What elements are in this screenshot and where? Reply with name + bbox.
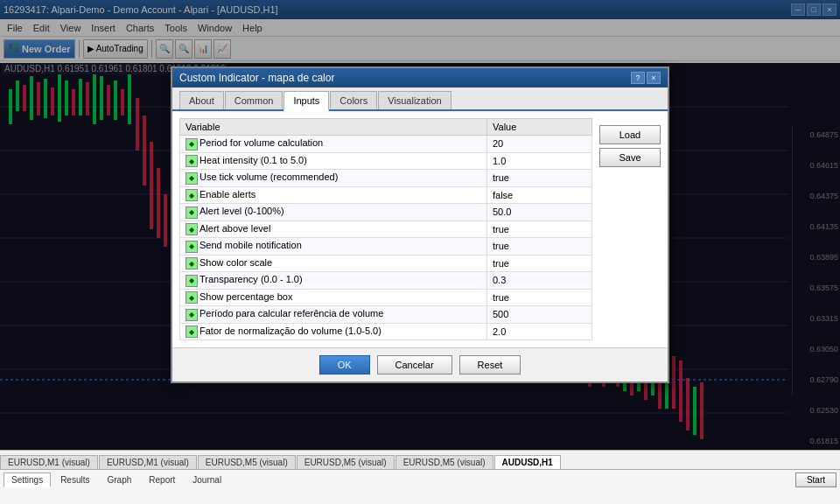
table-row[interactable]: ◆Transparency (0.0 - 1.0)0.3 <box>180 272 592 290</box>
panel-tab-journal[interactable]: Journal <box>185 472 229 487</box>
dialog-help-button[interactable]: ? <box>631 72 645 84</box>
table-row[interactable]: ◆Período para calcular referência de vol… <box>180 306 592 324</box>
dialog-title: Custom Indicator - mapa de calor <box>179 72 334 84</box>
param-variable-label: Show color scale <box>200 257 272 268</box>
param-variable-cell: ◆Show percentage box <box>180 289 487 306</box>
table-row[interactable]: ◆Use tick volume (recommended)true <box>180 170 592 187</box>
dialog-close-button[interactable]: × <box>647 72 661 84</box>
param-value-cell: true <box>487 255 592 272</box>
param-icon: ◆ <box>186 241 198 253</box>
param-icon: ◆ <box>186 326 198 338</box>
chart-tabs: EURUSD,M1 (visual) EURUSD,M1 (visual) EU… <box>0 450 840 469</box>
param-icon: ◆ <box>186 172 198 185</box>
param-icon: ◆ <box>186 257 198 270</box>
table-row[interactable]: ◆Show color scaletrue <box>180 255 592 272</box>
ok-button[interactable]: OK <box>319 355 370 374</box>
chart-tab-3[interactable]: EURUSD,M5 (visual) <box>297 455 395 469</box>
dialog-footer: OK Cancelar Reset <box>172 347 668 382</box>
param-variable-cell: ◆Period for volume calculation <box>180 136 487 153</box>
load-button[interactable]: Load <box>599 125 661 144</box>
param-variable-cell: ◆Alert level (0-100%) <box>180 204 487 221</box>
param-variable-cell: ◆Send mobile notification <box>180 238 487 256</box>
param-variable-cell: ◆Fator de normalização do volume (1.0-5.… <box>180 323 487 340</box>
param-variable-cell: ◆Heat intensity (0.1 to 5.0) <box>180 152 487 170</box>
param-icon: ◆ <box>186 206 198 219</box>
table-row[interactable]: ◆Heat intensity (0.1 to 5.0)1.0 <box>180 152 592 170</box>
param-value-cell: 2.0 <box>487 323 592 340</box>
params-section: Variable Value ◆Period for volume calcul… <box>179 118 592 340</box>
dialog-tab-visualization[interactable]: Visualization <box>378 91 452 109</box>
custom-indicator-dialog: Custom Indicator - mapa de calor ? × Abo… <box>171 66 669 383</box>
panel-tab-results[interactable]: Results <box>52 472 97 487</box>
chart-tab-5[interactable]: AUDUSD,H1 <box>494 455 561 469</box>
param-variable-cell: ◆Período para calcular referência de vol… <box>180 306 487 324</box>
param-value-cell: true <box>487 170 592 187</box>
param-value-cell: true <box>487 238 592 256</box>
param-variable-cell: ◆Use tick volume (recommended) <box>180 170 487 187</box>
param-variable-label: Período para calcular referência de volu… <box>200 308 383 318</box>
cancelar-button[interactable]: Cancelar <box>377 355 452 374</box>
dialog-content-wrapper: Variable Value ◆Period for volume calcul… <box>179 118 661 340</box>
params-table: Variable Value ◆Period for volume calcul… <box>179 118 592 340</box>
dialog-tab-common[interactable]: Common <box>225 91 284 109</box>
param-value-cell: 20 <box>487 136 592 153</box>
param-variable-label: Fator de normalização do volume (1.0-5.0… <box>200 326 382 336</box>
param-variable-cell: ◆Show color scale <box>180 255 487 272</box>
param-variable-label: Heat intensity (0.1 to 5.0) <box>200 155 307 165</box>
dialog-tabs: About Common Inputs Colors Visualization <box>172 88 668 111</box>
param-icon: ◆ <box>186 291 198 304</box>
dialog-tab-about[interactable]: About <box>179 91 224 109</box>
param-value-cell: 50.0 <box>487 204 592 221</box>
bottom-panel: Settings Results Graph Report Journal St… <box>0 469 840 504</box>
param-variable-cell: ◆Enable alerts <box>180 186 487 204</box>
table-row[interactable]: ◆Enable alertsfalse <box>180 186 592 204</box>
param-icon: ◆ <box>186 309 198 321</box>
param-icon: ◆ <box>186 138 198 150</box>
param-variable-cell: ◆Alert above level <box>180 220 487 238</box>
dialog-body: Variable Value ◆Period for volume calcul… <box>172 111 668 347</box>
start-button[interactable]: Start <box>795 472 836 487</box>
param-icon: ◆ <box>186 275 198 287</box>
param-variable-cell: ◆Transparency (0.0 - 1.0) <box>180 272 487 290</box>
col-value: Value <box>487 119 592 136</box>
param-icon: ◆ <box>186 155 198 167</box>
reset-button[interactable]: Reset <box>459 355 522 374</box>
param-value-cell: 0.3 <box>487 272 592 290</box>
panel-tab-graph[interactable]: Graph <box>100 472 140 487</box>
col-variable: Variable <box>180 119 487 136</box>
param-variable-label: Send mobile notification <box>200 240 302 250</box>
params-tbody: ◆Period for volume calculation20◆Heat in… <box>180 136 592 340</box>
param-variable-label: Show percentage box <box>200 291 292 302</box>
dialog-controls[interactable]: ? × <box>631 72 661 84</box>
dialog-titlebar: Custom Indicator - mapa de calor ? × <box>172 68 668 88</box>
chart-tab-1[interactable]: EURUSD,M1 (visual) <box>99 455 197 469</box>
save-button[interactable]: Save <box>599 148 661 167</box>
modal-overlay: Custom Indicator - mapa de calor ? × Abo… <box>0 0 840 450</box>
dialog-tab-inputs[interactable]: Inputs <box>284 91 329 111</box>
chart-tab-0[interactable]: EURUSD,M1 (visual) <box>0 455 98 469</box>
param-variable-label: Alert above level <box>200 223 270 234</box>
panel-tab-settings[interactable]: Settings <box>4 472 51 487</box>
side-buttons: Load Save <box>592 118 661 340</box>
param-value-cell: false <box>487 186 592 204</box>
param-variable-label: Enable alerts <box>200 189 256 200</box>
table-row[interactable]: ◆Fator de normalização do volume (1.0-5.… <box>180 323 592 340</box>
panel-tab-report[interactable]: Report <box>141 472 183 487</box>
dialog-tab-colors[interactable]: Colors <box>330 91 377 109</box>
bottom-panel-tabs: Settings Results Graph Report Journal St… <box>0 470 840 487</box>
param-value-cell: true <box>487 220 592 238</box>
table-row[interactable]: ◆Alert level (0-100%)50.0 <box>180 204 592 221</box>
param-value-cell: 1.0 <box>487 152 592 170</box>
table-row[interactable]: ◆Send mobile notificationtrue <box>180 238 592 256</box>
chart-tab-2[interactable]: EURUSD,M5 (visual) <box>198 455 296 469</box>
param-variable-label: Use tick volume (recommended) <box>200 172 338 182</box>
table-row[interactable]: ◆Period for volume calculation20 <box>180 136 592 153</box>
param-value-cell: 500 <box>487 306 592 324</box>
table-row[interactable]: ◆Show percentage boxtrue <box>180 289 592 306</box>
chart-tab-4[interactable]: EURUSD,M5 (visual) <box>396 455 494 469</box>
param-value-cell: true <box>487 289 592 306</box>
param-variable-label: Transparency (0.0 - 1.0) <box>200 274 303 284</box>
param-icon: ◆ <box>186 189 198 201</box>
table-row[interactable]: ◆Alert above leveltrue <box>180 220 592 238</box>
param-variable-label: Period for volume calculation <box>200 137 323 148</box>
